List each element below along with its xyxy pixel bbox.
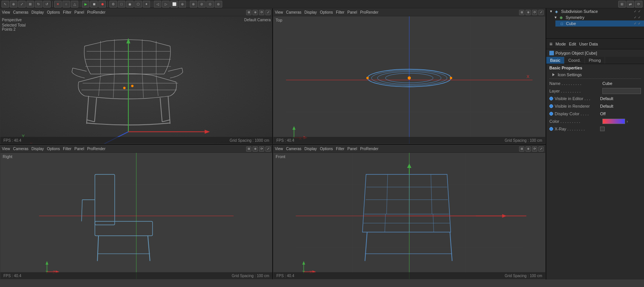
vp-menu-cameras[interactable]: Cameras [13,10,29,14]
vp-front-menu-options[interactable]: Options [320,147,333,151]
toolbar-play-btn[interactable]: ▶ [82,1,89,8]
hierarchy-item-subdiv[interactable]: ▼ ◈ Subdivision Surface ✓ ✓ [546,8,644,14]
vp-icon-refresh[interactable]: ⟳ [259,10,264,15]
vp-front-menu-panel[interactable]: Panel [348,147,357,151]
vp-top-menu-options[interactable]: Options [320,10,333,14]
vp-right-menu-filter[interactable]: Filter [63,147,71,151]
vp-menu-view[interactable]: View [2,10,10,14]
vp-top-menu-view[interactable]: View [275,10,283,14]
toolbar-box-btn[interactable]: □ [118,1,125,8]
prop-input-layer[interactable] [602,88,641,94]
vp-menu-prorender[interactable]: ProRender [87,10,105,14]
toolbar-gear-btn[interactable]: ⚙ [109,1,117,8]
vp-right-menu-prorender[interactable]: ProRender [87,147,105,151]
viewport-top[interactable]: View Cameras Display Options Filter Pane… [273,8,546,144]
tab-phong[interactable]: Phong [585,57,605,64]
toolbar-render-btn[interactable]: ▷ [162,1,170,8]
vp-front-icon-layout[interactable]: ⊞ [519,146,524,152]
viewport-perspective[interactable]: View Cameras Display Options Filter Pane… [0,8,273,144]
vp-top-icon-layout[interactable]: ⊞ [519,10,524,15]
toolbar-move-btn[interactable]: ↖ [2,1,9,8]
viewport-right-canvas[interactable]: Right [0,153,272,279]
toolbar-circle-btn[interactable]: ○ [62,1,70,8]
vp-menu-display[interactable]: Display [31,10,44,14]
viewport-front-canvas[interactable]: Front [273,153,545,279]
viewport-perspective-canvas[interactable]: Perspective Selected Total Points 2 Defa… [0,16,272,144]
toolbar-scale-btn[interactable]: ⊠ [27,1,34,8]
vp-front-menu-cameras[interactable]: Cameras [286,147,302,151]
toolbar-triangle-btn[interactable]: △ [71,1,78,8]
vp-right-icon-center[interactable]: ⊕ [253,146,258,152]
toolbar-rotate-btn[interactable]: ↻ [35,1,42,8]
vp-menu-options[interactable]: Options [47,10,60,14]
vp-right-menu-panel[interactable]: Panel [75,147,84,151]
hierarchy-sym-lock[interactable]: ✓ [638,16,641,19]
vp-top-menu-prorender[interactable]: ProRender [360,10,378,14]
vp-right-icon-refresh[interactable]: ⟳ [259,146,264,152]
vp-right-icon-layout[interactable]: ⊞ [246,146,251,152]
props-edit-btn[interactable]: Edit [569,42,576,46]
tab-basic[interactable]: Basic [546,57,564,64]
vp-front-menu-prorender[interactable]: ProRender [360,147,378,151]
toolbar-move2-btn[interactable]: ⤢ [18,1,26,8]
toolbar-layout-btn[interactable]: ⊞ [618,1,626,8]
tab-coord[interactable]: Coord. [564,57,585,64]
vp-front-menu-display[interactable]: Display [304,147,317,151]
vp-top-icon-center[interactable]: ⊕ [525,10,531,15]
vp-menu-panel[interactable]: Panel [75,10,84,14]
vp-top-menu-filter[interactable]: Filter [336,10,344,14]
toolbar-stop-btn[interactable]: ⏹ [90,1,98,8]
vp-front-menu-filter[interactable]: Filter [336,147,344,151]
icon-settings-row[interactable]: Icon Settings [546,72,644,78]
toolbar-cube-btn[interactable]: ⬡ [134,1,142,8]
vp-front-icon-refresh[interactable]: ⟳ [532,146,537,152]
vp-right-menu-view[interactable]: View [2,147,10,151]
toolbar-xpresso-btn[interactable]: ⊚ [215,1,222,8]
viewport-top-canvas[interactable]: Top [273,16,545,144]
hierarchy-item-symmetry[interactable]: ▼ ⊕ Symmetry ✓ ✓ [551,14,644,20]
vp-menu-filter[interactable]: Filter [63,10,71,14]
vp-right-menu-cameras[interactable]: Cameras [13,147,29,151]
hierarchy-subdiv-lock[interactable]: ✓ [638,9,641,13]
toolbar-light-btn[interactable]: ✦ [143,1,150,8]
toolbar-hair-btn[interactable]: ⊘ [198,1,206,8]
vp-icon-layout[interactable]: ⊞ [246,10,251,15]
vp-top-menu-cameras[interactable]: Cameras [286,10,302,14]
toolbar-deform-btn[interactable]: ⊗ [190,1,197,8]
vp-icon-fullscreen[interactable]: ⤢ [265,10,271,15]
prop-checkbox-xray[interactable] [600,127,605,131]
vp-front-icon-fullscreen[interactable]: ⤢ [538,146,544,152]
vp-icon-center[interactable]: ⊕ [253,10,258,15]
toolbar-record-btn[interactable]: ⏺ [98,1,106,8]
props-icon-menu[interactable]: ≡ [549,41,552,47]
toolbar-mat-btn[interactable]: ⬜ [170,1,178,8]
hierarchy-cube-vis[interactable]: ✓ [634,22,637,25]
props-mode-btn[interactable]: Mode [555,42,566,46]
prop-radio-display-color[interactable] [549,112,553,116]
vp-top-icon-fullscreen[interactable]: ⤢ [538,10,544,15]
hierarchy-cube-lock[interactable]: ✓ [638,22,641,25]
vp-right-icon-fullscreen[interactable]: ⤢ [265,146,271,152]
toolbar-cam-btn[interactable]: ◁ [154,1,161,8]
toolbar-select-btn[interactable]: ⊕ [10,1,17,8]
vp-right-menu-options[interactable]: Options [47,147,60,151]
toolbar-field-btn[interactable]: ⊙ [206,1,214,8]
hierarchy-subdiv-vis[interactable]: ✓ [634,9,637,13]
vp-front-menu-view[interactable]: View [275,147,283,151]
vp-top-menu-display[interactable]: Display [304,10,317,14]
viewport-front[interactable]: View Cameras Display Options Filter Pane… [273,145,546,279]
prop-color-arrow[interactable]: › [627,119,628,124]
toolbar-sync-btn[interactable]: ⇄ [627,1,634,8]
toolbar-refresh-btn[interactable]: ⟳ [635,1,642,8]
prop-radio-visible-renderer[interactable] [549,104,553,108]
prop-color-chip[interactable] [602,119,625,124]
viewport-right[interactable]: View Cameras Display Options Filter Pane… [0,145,273,279]
hierarchy-item-cube[interactable]: □ Cube ✓ ✓ [555,20,644,27]
vp-right-menu-display[interactable]: Display [31,147,44,151]
prop-radio-visible-editor[interactable] [549,97,553,100]
props-userdata-btn[interactable]: User Data [579,42,598,46]
hierarchy-sym-vis[interactable]: ✓ [634,16,637,19]
vp-top-menu-panel[interactable]: Panel [348,10,357,14]
toolbar-bone-btn[interactable]: ⊕ [179,1,186,8]
toolbar-undo-btn[interactable]: ↺ [43,1,51,8]
